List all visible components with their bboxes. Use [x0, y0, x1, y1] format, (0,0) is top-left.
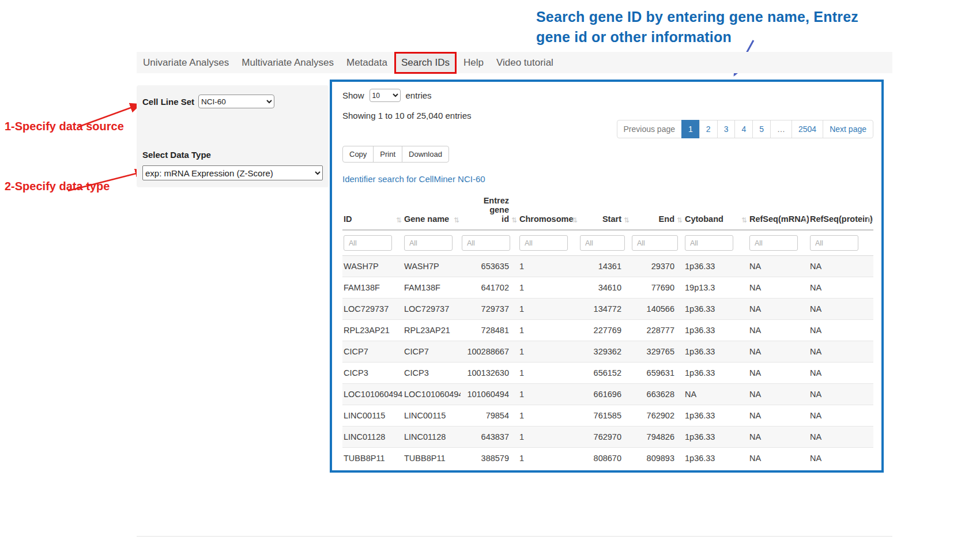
cell-id: TUBB8P11 [342, 448, 403, 469]
form-panel: Cell Line Set NCI-60 Select Data Type ex… [137, 85, 329, 187]
bottom-divider [137, 536, 892, 537]
cell-gene-name: TUBB8P11 [403, 448, 461, 469]
sort-icon[interactable]: ⇅ [396, 216, 402, 224]
cell-start: 761585 [579, 405, 631, 427]
column-header-cytoband[interactable]: Cytoband⇅ [684, 193, 748, 230]
filter-input-end[interactable] [632, 235, 678, 251]
cell-line-set-select[interactable]: NCI-60 [198, 95, 274, 108]
nav-item-help[interactable]: Help [457, 52, 490, 73]
cell-cytoband: 1p36.33 [684, 363, 748, 384]
filter-input-id[interactable] [344, 235, 392, 251]
annotation-search-note-line1: Search gene ID by entering gene name, En… [536, 7, 858, 27]
sort-icon[interactable]: ⇅ [866, 216, 872, 224]
cell-gene-name: RPL23AP21 [403, 320, 461, 341]
sort-icon[interactable]: ⇅ [677, 216, 683, 224]
nav-item-multivariate-analyses[interactable]: Multivariate Analyses [235, 52, 340, 73]
cell-end: 77690 [631, 277, 684, 299]
sort-icon[interactable]: ⇅ [624, 216, 630, 224]
cell-id: LOC729737 [342, 299, 403, 320]
column-header-entrez-gene-id[interactable]: Entrez gene id⇅ [461, 193, 518, 230]
filter-input-refseq-protein[interactable] [810, 235, 858, 251]
cell-gene-name: FAM138F [403, 277, 461, 299]
column-header-start[interactable]: Start⇅ [579, 193, 631, 230]
data-type-label: Select Data Type [142, 150, 323, 160]
cell-refseq-protein: NA [809, 256, 873, 277]
annotation-search-note-line2: gene id or other information [536, 27, 858, 47]
cell-chromosome: 1 [518, 427, 579, 448]
cell-start: 762970 [579, 427, 631, 448]
page-size-select[interactable]: 10 [370, 89, 401, 102]
show-label: Show [342, 90, 364, 100]
data-type-select[interactable]: exp: mRNA Expression (Z-Score) [142, 165, 323, 180]
page-button-4[interactable]: 4 [734, 120, 753, 138]
page-button-3[interactable]: 3 [717, 120, 736, 138]
cell-refseq-mrna: NA [748, 256, 809, 277]
filter-input-entrez-gene-id[interactable] [462, 235, 510, 251]
cell-refseq-mrna: NA [748, 405, 809, 427]
page-button-2504[interactable]: 2504 [791, 120, 823, 138]
filter-input-start[interactable] [580, 235, 625, 251]
filter-input-chromosome[interactable] [519, 235, 568, 251]
cell-gene-name: WASH7P [403, 256, 461, 277]
filter-cell-cytoband [684, 230, 748, 256]
table-row: LOC729737LOC72973772973711347721405661p3… [342, 299, 873, 320]
column-header-refseq-protein[interactable]: RefSeq(protein)⇅ [809, 193, 873, 230]
page-button-1[interactable]: 1 [681, 120, 700, 138]
cell-id: FAM138F [342, 277, 403, 299]
download-button[interactable]: Download [402, 146, 449, 163]
cell-refseq-protein: NA [809, 384, 873, 405]
column-header-gene-name[interactable]: Gene name⇅ [403, 193, 461, 230]
column-header-id[interactable]: ID⇅ [342, 193, 403, 230]
column-header-end[interactable]: End⇅ [631, 193, 684, 230]
sort-icon[interactable]: ⇅ [802, 216, 808, 224]
cell-refseq-protein: NA [809, 299, 873, 320]
showing-entries-text: Showing 1 to 10 of 25,040 entries [342, 111, 871, 120]
nav-item-metadata[interactable]: Metadata [340, 52, 394, 73]
sort-icon[interactable]: ⇅ [511, 216, 517, 224]
identifier-search-link[interactable]: Identifier search for CellMiner NCI-60 [342, 174, 485, 184]
cell-gene-name: LINC00115 [403, 405, 461, 427]
cell-end: 329765 [631, 341, 684, 363]
page-button-2[interactable]: 2 [699, 120, 718, 138]
cell-start: 656152 [579, 363, 631, 384]
cell-end: 29370 [631, 256, 684, 277]
filter-cell-refseq-mrna [748, 230, 809, 256]
cell-refseq-mrna: NA [748, 341, 809, 363]
cell-gene-name: CICP3 [403, 363, 461, 384]
cell-cytoband: 1p36.33 [684, 320, 748, 341]
cell-id: LINC00115 [342, 405, 403, 427]
cell-start: 227769 [579, 320, 631, 341]
column-header-refseq-mrna[interactable]: RefSeq(mRNA)⇅ [748, 193, 809, 230]
column-header-chromosome[interactable]: Chromosome⇅ [518, 193, 579, 230]
cell-end: 228777 [631, 320, 684, 341]
previous-page-button[interactable]: Previous page [617, 120, 683, 138]
filter-input-gene-name[interactable] [404, 235, 453, 251]
cell-end: 663628 [631, 384, 684, 405]
nav-item-univariate-analyses[interactable]: Univariate Analyses [137, 52, 235, 73]
cell-id: LOC101060494 [342, 384, 403, 405]
cell-id: WASH7P [342, 256, 403, 277]
cell-refseq-mrna: NA [748, 299, 809, 320]
sort-icon[interactable]: ⇅ [454, 216, 459, 224]
cell-cytoband: 1p36.33 [684, 427, 748, 448]
pagination: Previous page12345…2504Next page [617, 120, 873, 138]
copy-button[interactable]: Copy [342, 146, 374, 163]
sort-icon[interactable]: ⇅ [741, 216, 747, 224]
cell-gene-name: LOC101060494 [403, 384, 461, 405]
filter-input-refseq-mrna[interactable] [749, 235, 798, 251]
table-row: RPL23AP21RPL23AP2172848112277692287771p3… [342, 320, 873, 341]
cell-chromosome: 1 [518, 299, 579, 320]
nav-item-video-tutorial[interactable]: Video tutorial [490, 52, 560, 73]
print-button[interactable]: Print [373, 146, 402, 163]
cell-chromosome: 1 [518, 363, 579, 384]
annotation-step1: 1-Specify data source [5, 120, 124, 133]
cell-entrez-gene-id: 101060494 [461, 384, 518, 405]
cell-id: CICP7 [342, 341, 403, 363]
next-page-button[interactable]: Next page [823, 120, 873, 138]
cell-start: 661696 [579, 384, 631, 405]
cell-chromosome: 1 [518, 341, 579, 363]
page-button-5[interactable]: 5 [752, 120, 771, 138]
sort-icon[interactable]: ⇅ [572, 216, 578, 224]
filter-input-cytoband[interactable] [685, 235, 733, 251]
nav-item-search-ids[interactable]: Search IDs [394, 52, 457, 74]
